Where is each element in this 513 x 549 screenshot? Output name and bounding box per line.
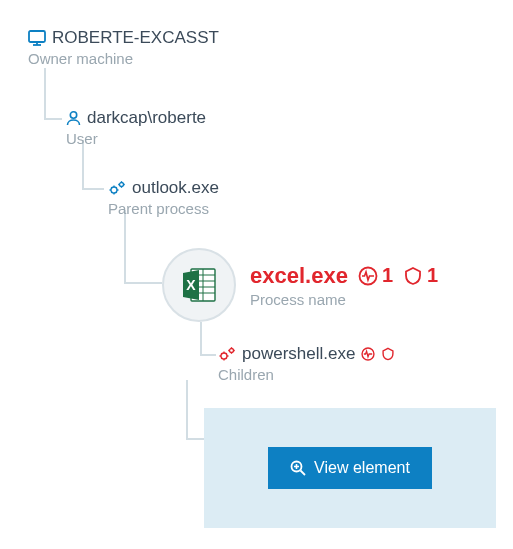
child-sub: Children [218, 366, 395, 383]
svg-text:X: X [186, 277, 196, 293]
badge-suspicions-count: 1 [427, 264, 438, 287]
svg-line-9 [111, 187, 112, 188]
zoom-in-icon [290, 460, 306, 476]
shield-hex-icon [403, 266, 423, 286]
svg-rect-0 [29, 31, 45, 42]
machine-name: ROBERTE-EXCASST [52, 28, 219, 48]
details-panel: View element [204, 408, 496, 528]
view-element-label: View element [314, 459, 410, 477]
svg-line-31 [221, 353, 222, 354]
process-sub: Process name [250, 291, 438, 308]
tree-node-machine[interactable]: ROBERTE-EXCASST Owner machine [28, 28, 219, 67]
pulse-icon [358, 266, 378, 286]
svg-point-13 [120, 183, 124, 187]
badge-suspicions: 1 [403, 264, 438, 287]
tree-node-process[interactable]: X excel.exe 1 1 Process name [162, 248, 438, 322]
svg-point-3 [70, 112, 76, 118]
pulse-icon [361, 347, 375, 361]
svg-point-35 [230, 349, 234, 353]
badge-malops-count: 1 [382, 264, 393, 287]
svg-line-11 [111, 192, 112, 193]
svg-line-10 [116, 192, 117, 193]
parent-process-name: outlook.exe [132, 178, 219, 198]
user-icon [66, 110, 81, 126]
svg-line-33 [221, 358, 222, 359]
svg-line-42 [301, 471, 306, 476]
process-name: excel.exe [250, 263, 348, 289]
excel-app-icon: X [179, 265, 219, 305]
shield-hex-icon [381, 347, 395, 361]
svg-line-12 [116, 187, 117, 188]
process-icon-circle: X [162, 248, 236, 322]
machine-sub: Owner machine [28, 50, 219, 67]
gears-icon [218, 346, 236, 362]
gears-icon [108, 180, 126, 196]
svg-line-34 [226, 353, 227, 354]
view-element-button[interactable]: View element [268, 447, 432, 489]
tree-node-child[interactable]: powershell.exe Children [218, 344, 395, 383]
user-sub: User [66, 130, 206, 147]
monitor-icon [28, 30, 46, 46]
child-process-name: powershell.exe [242, 344, 355, 364]
user-name: darkcap\roberte [87, 108, 206, 128]
parent-process-sub: Parent process [108, 200, 219, 217]
badge-malops: 1 [358, 264, 393, 287]
tree-node-parent-process[interactable]: outlook.exe Parent process [108, 178, 219, 217]
tree-node-user[interactable]: darkcap\roberte User [66, 108, 206, 147]
svg-line-32 [226, 358, 227, 359]
